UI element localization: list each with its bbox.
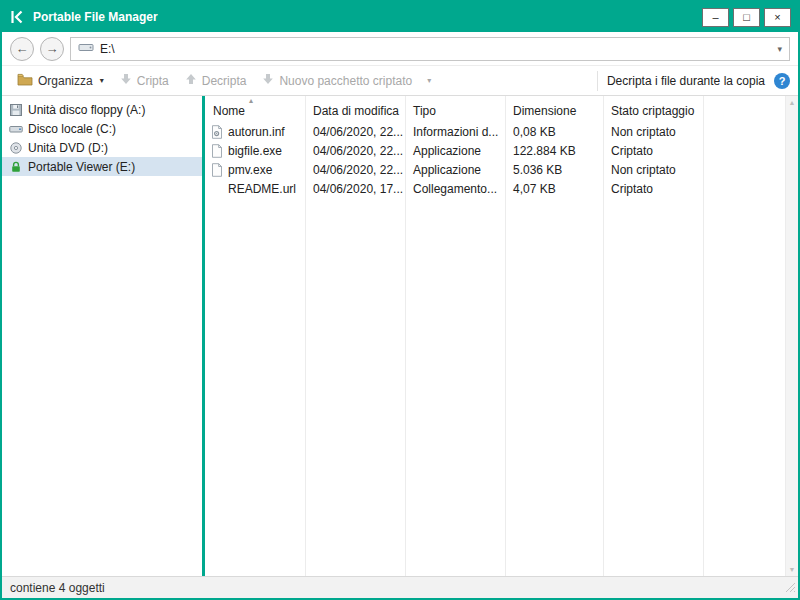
- address-bar[interactable]: E:\ ▾: [70, 37, 790, 61]
- column-divider[interactable]: [703, 96, 704, 576]
- file-list: ▴ Nome Data di modifica Tipo Dimensione …: [205, 96, 785, 576]
- toolbar-separator: [597, 71, 598, 91]
- scroll-down-icon[interactable]: ▼: [789, 566, 796, 573]
- url-file-icon: [211, 182, 223, 196]
- file-modified: 04/06/2020, 22...: [305, 125, 405, 139]
- decrypt-arrow-icon: [185, 73, 197, 88]
- new-encrypted-package-label: Nuovo pacchetto criptato: [279, 74, 412, 88]
- chevron-down-icon: ▾: [100, 76, 104, 85]
- organize-button[interactable]: Organizza ▾: [10, 70, 111, 92]
- encrypt-button[interactable]: Cripta: [113, 70, 176, 91]
- kaspersky-logo-icon: [9, 9, 25, 25]
- sidebar-item-label: Unità disco floppy (A:): [28, 103, 145, 117]
- folder-icon: [17, 73, 33, 89]
- main-area: Unità disco floppy (A:) Disco locale (C:…: [2, 96, 798, 576]
- sidebar-item-floppy-a[interactable]: Unità disco floppy (A:): [2, 100, 202, 119]
- sidebar-item-dvd-d[interactable]: Unità DVD (D:): [2, 138, 202, 157]
- file-row[interactable]: autorun.inf 04/06/2020, 22... Informazio…: [205, 122, 785, 141]
- lock-icon: [9, 160, 23, 174]
- close-button[interactable]: ×: [764, 8, 791, 27]
- file-encryption-status: Non criptato: [603, 163, 705, 177]
- file-row[interactable]: pmv.exe 04/06/2020, 22... Applicazione 5…: [205, 160, 785, 179]
- file-size: 122.884 KB: [505, 144, 603, 158]
- window-controls: – □ ×: [702, 8, 791, 27]
- file-type: Collegamento...: [405, 182, 505, 196]
- help-icon[interactable]: ?: [774, 73, 790, 89]
- column-header-modified[interactable]: Data di modifica: [305, 104, 405, 118]
- status-text: contiene 4 oggetti: [10, 581, 105, 595]
- sidebar: Unità disco floppy (A:) Disco locale (C:…: [2, 96, 202, 576]
- column-divider[interactable]: [405, 96, 406, 576]
- file-modified: 04/06/2020, 22...: [305, 144, 405, 158]
- encrypt-label: Cripta: [137, 74, 169, 88]
- minimize-button[interactable]: –: [702, 8, 729, 27]
- file-type: Applicazione: [405, 144, 505, 158]
- file-type: Applicazione: [405, 163, 505, 177]
- titlebar: Portable File Manager – □ ×: [2, 2, 798, 32]
- file-name: autorun.inf: [228, 125, 285, 139]
- forward-button[interactable]: →: [40, 37, 64, 61]
- file-modified: 04/06/2020, 22...: [305, 163, 405, 177]
- column-header-size[interactable]: Dimensione: [505, 104, 603, 118]
- file-row[interactable]: bigfile.exe 04/06/2020, 22... Applicazio…: [205, 141, 785, 160]
- file-encryption-status: Criptato: [603, 182, 705, 196]
- status-bar: contiene 4 oggetti: [2, 576, 798, 598]
- column-headers: Nome Data di modifica Tipo Dimensione St…: [205, 96, 785, 122]
- file-encryption-status: Non criptato: [603, 125, 705, 139]
- column-header-type[interactable]: Tipo: [405, 104, 505, 118]
- file-size: 5.036 KB: [505, 163, 603, 177]
- dvd-drive-icon: [9, 141, 23, 155]
- file-type: Informazioni d...: [405, 125, 505, 139]
- column-divider[interactable]: [305, 96, 306, 576]
- application-file-icon: [211, 163, 223, 177]
- local-disk-icon: [9, 122, 23, 136]
- vertical-scrollbar[interactable]: ▲ ▼: [785, 96, 798, 576]
- sidebar-item-label: Disco locale (C:): [28, 122, 116, 136]
- resize-grip-icon[interactable]: [785, 582, 796, 596]
- file-row[interactable]: README.url 04/06/2020, 17... Collegament…: [205, 179, 785, 198]
- app-window: Portable File Manager – □ × ← → E:\ ▾ Or…: [0, 0, 800, 600]
- back-button[interactable]: ←: [10, 37, 34, 61]
- floppy-icon: [9, 103, 23, 117]
- window-title: Portable File Manager: [33, 10, 694, 24]
- encrypt-arrow-icon: [120, 73, 132, 88]
- file-name: pmv.exe: [228, 163, 272, 177]
- organize-label: Organizza: [38, 74, 93, 88]
- column-header-encryption-status[interactable]: Stato criptaggio: [603, 104, 705, 118]
- file-name: README.url: [228, 182, 296, 196]
- autorun-file-icon: [211, 125, 223, 139]
- sidebar-item-label: Portable Viewer (E:): [28, 160, 135, 174]
- new-encrypted-package-button[interactable]: Nuovo pacchetto criptato ▾: [255, 70, 438, 91]
- column-divider[interactable]: [603, 96, 604, 576]
- file-size: 0,08 KB: [505, 125, 603, 139]
- decrypt-on-copy-label: Decripta i file durante la copia: [607, 74, 765, 88]
- drive-icon: [78, 41, 94, 57]
- toolbar: Organizza ▾ Cripta Decripta Nuovo pacche…: [2, 66, 798, 96]
- sidebar-item-portable-viewer-e[interactable]: Portable Viewer (E:): [2, 157, 202, 176]
- file-size: 4,07 KB: [505, 182, 603, 196]
- navigation-bar: ← → E:\ ▾: [2, 32, 798, 66]
- address-dropdown-icon[interactable]: ▾: [777, 44, 782, 54]
- maximize-button[interactable]: □: [733, 8, 760, 27]
- file-modified: 04/06/2020, 17...: [305, 182, 405, 196]
- column-divider[interactable]: [505, 96, 506, 576]
- application-file-icon: [211, 144, 223, 158]
- file-name: bigfile.exe: [228, 144, 282, 158]
- column-header-name[interactable]: Nome: [205, 104, 305, 118]
- file-encryption-status: Criptato: [603, 144, 705, 158]
- package-arrow-icon: [262, 73, 274, 88]
- address-text: E:\: [100, 42, 115, 56]
- decrypt-button[interactable]: Decripta: [178, 70, 254, 91]
- scroll-up-icon[interactable]: ▲: [789, 99, 796, 106]
- sidebar-item-local-disk-c[interactable]: Disco locale (C:): [2, 119, 202, 138]
- sidebar-item-label: Unità DVD (D:): [28, 141, 108, 155]
- chevron-down-icon: ▾: [427, 76, 431, 85]
- decrypt-label: Decripta: [202, 74, 247, 88]
